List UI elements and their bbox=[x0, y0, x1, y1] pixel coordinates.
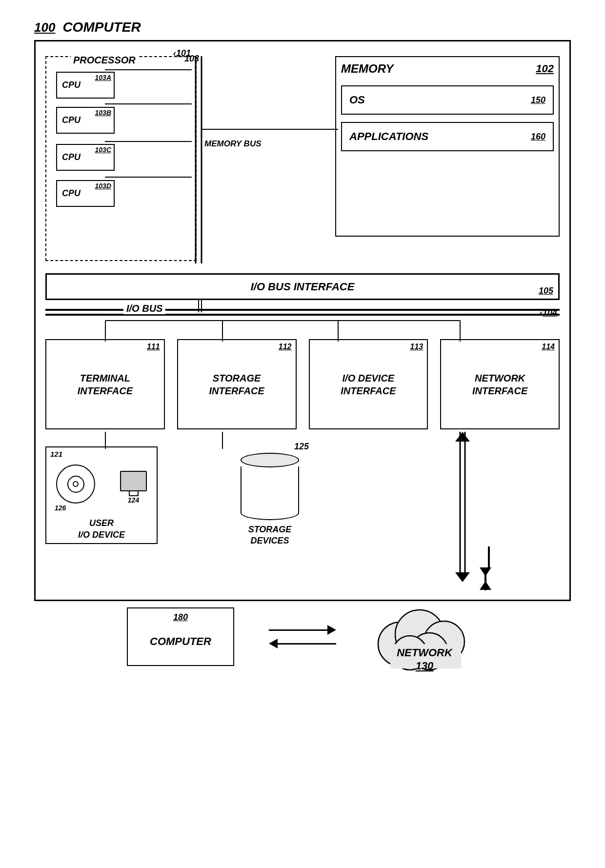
storage-devices-area: 125 STORAGEDEVICES bbox=[221, 442, 319, 547]
cpu-103c-ref: 103C bbox=[95, 146, 111, 154]
svg-text:NETWORK: NETWORK bbox=[397, 646, 453, 659]
storage-ref-num: 125 bbox=[294, 442, 309, 451]
svg-marker-19 bbox=[455, 432, 470, 442]
main-label: COMPUTER bbox=[62, 20, 141, 35]
memory-label: MEMORY bbox=[341, 62, 394, 76]
processor-box: PROCESSOR ‹101 CPU 103A CPU 103B CPU 103… bbox=[45, 56, 197, 261]
io-bus-interface-label: I/O BUS INTERFACE bbox=[251, 281, 355, 293]
io-device-interface-box: 113 I/O DEVICEINTERFACE bbox=[309, 339, 428, 429]
cpu-103d-box: CPU 103D bbox=[56, 180, 115, 207]
io-bus-ref-num: ‹104 bbox=[540, 308, 557, 318]
main-ref: 100 bbox=[34, 20, 55, 35]
camera-icon: 126 bbox=[56, 464, 95, 512]
cylinder bbox=[221, 452, 319, 520]
camera-ref: 126 bbox=[55, 504, 66, 512]
io-bus-label: I/O BUS bbox=[123, 303, 165, 314]
cpu-103a-box: CPU 103A bbox=[56, 72, 115, 99]
memory-bus-label: MEMORY BUS bbox=[204, 139, 262, 149]
svg-marker-18 bbox=[455, 572, 470, 582]
os-box: OS 150 bbox=[341, 85, 554, 115]
terminal-interface-box: 111 TERMINALINTERFACE bbox=[45, 339, 165, 429]
applications-ref: 160 bbox=[531, 132, 545, 142]
network-interface-box: 114 NETWORKINTERFACE bbox=[440, 339, 560, 429]
network-vertical-arrow bbox=[476, 568, 495, 590]
io-bus-interface-box: I/O BUS INTERFACE 105 bbox=[45, 273, 560, 300]
applications-box: APPLICATIONS 160 bbox=[341, 122, 554, 151]
computer-180-label: COMPUTER bbox=[150, 635, 211, 648]
cpu-103d-ref: 103D bbox=[95, 182, 111, 190]
memory-ref: 102 bbox=[536, 62, 554, 75]
storage-interface-box: 112 STORAGEINTERFACE bbox=[177, 339, 297, 429]
network-label: NETWORKINTERFACE bbox=[472, 372, 527, 397]
user-io-label: USERI/O DEVICE bbox=[46, 518, 157, 541]
computer-180-ref: 180 bbox=[173, 612, 188, 623]
interfaces-row: 111 TERMINALINTERFACE 112 STORAGEINTERFA… bbox=[45, 339, 560, 429]
network-cloud: NETWORK 130 bbox=[371, 595, 478, 678]
processor-label: PROCESSOR bbox=[71, 55, 138, 66]
monitor-icon: 124 bbox=[120, 471, 147, 504]
diagram-container: 100 COMPUTER bbox=[24, 0, 581, 621]
user-io-box: 121 126 124 USERI/O DEVICE bbox=[45, 446, 158, 544]
cpu-103a-label: CPU bbox=[62, 80, 81, 90]
cpu-103d-label: CPU bbox=[62, 188, 81, 199]
storage-label: STORAGEINTERFACE bbox=[209, 372, 264, 397]
user-io-ref: 121 bbox=[50, 450, 62, 458]
os-ref: 150 bbox=[531, 95, 545, 105]
terminal-ref: 111 bbox=[147, 343, 160, 351]
io-device-label: I/O DEVICEINTERFACE bbox=[341, 372, 396, 397]
monitor-ref: 124 bbox=[120, 496, 147, 504]
storage-devices-label: STORAGEDEVICES bbox=[221, 524, 319, 547]
cloud-svg: NETWORK 130 bbox=[371, 595, 478, 678]
double-arrow bbox=[263, 625, 342, 648]
cylinder-top bbox=[241, 453, 299, 467]
cpu-103b-label: CPU bbox=[62, 115, 81, 125]
storage-ref: 112 bbox=[279, 343, 292, 351]
os-label: OS bbox=[349, 94, 365, 106]
applications-label: APPLICATIONS bbox=[349, 130, 428, 143]
cpu-103b-box: CPU 103B bbox=[56, 107, 115, 134]
cpu-103a-ref: 103A bbox=[95, 74, 111, 81]
computer-box: PROCESSOR ‹101 CPU 103A CPU 103B CPU 103… bbox=[34, 40, 571, 601]
io-bus-area: I/O BUS ‹104 bbox=[45, 309, 560, 320]
computer-180-box: 180 COMPUTER bbox=[127, 607, 234, 666]
io-bus-interface-ref: 105 bbox=[539, 286, 553, 296]
cpu-103c-box: CPU 103C bbox=[56, 144, 115, 171]
terminal-label: TERMINALINTERFACE bbox=[78, 372, 133, 397]
network-ref: 114 bbox=[542, 343, 555, 351]
memory-bus-ref: 103 bbox=[184, 54, 199, 64]
io-device-ref: 113 bbox=[410, 343, 424, 351]
memory-box: MEMORY 102 OS 150 APPLICATIONS 160 bbox=[335, 56, 560, 237]
cpu-103c-label: CPU bbox=[62, 152, 81, 162]
network-area: 180 COMPUTER bbox=[24, 595, 581, 678]
cpu-103b-ref: 103B bbox=[95, 109, 111, 117]
svg-text:130: 130 bbox=[416, 660, 434, 672]
